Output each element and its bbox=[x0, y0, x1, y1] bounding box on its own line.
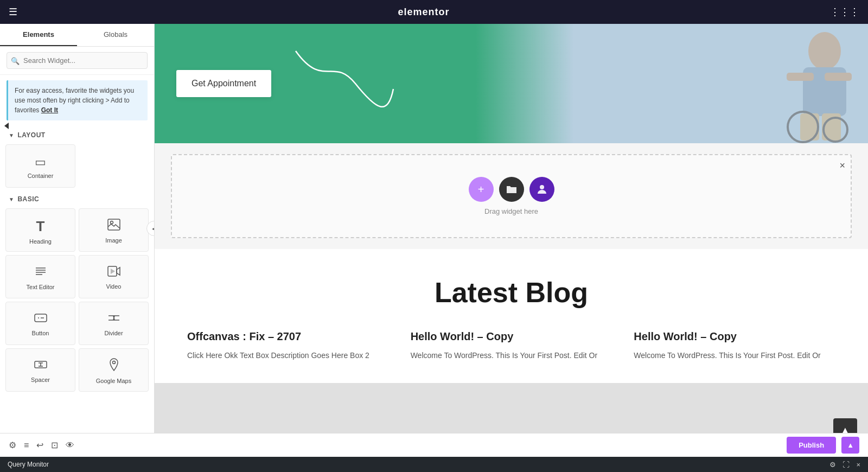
hero-curve bbox=[290, 46, 399, 129]
svg-point-1 bbox=[110, 221, 113, 224]
heading-icon: T bbox=[36, 218, 45, 235]
spacer-label: Spacer bbox=[31, 377, 50, 383]
drop-zone-label: Drag widget here bbox=[484, 207, 538, 215]
heading-label: Heading bbox=[29, 238, 52, 245]
drop-zone-actions: + bbox=[469, 177, 554, 202]
top-bar: ☰ elementor ⋮⋮⋮ bbox=[0, 0, 868, 24]
widget-button[interactable]: Button bbox=[5, 302, 75, 345]
layout-widgets-grid: ▭ Container bbox=[0, 142, 154, 190]
widget-heading[interactable]: T Heading bbox=[5, 208, 75, 252]
blog-post-title-3: Hello World! – Copy bbox=[634, 330, 835, 343]
canvas-content: Get Appointment bbox=[155, 24, 868, 433]
search-area: 🔍 bbox=[0, 47, 154, 75]
svg-marker-13 bbox=[113, 316, 115, 319]
svg-rect-24 bbox=[800, 113, 819, 141]
drop-zone-close-button[interactable]: × bbox=[839, 161, 845, 170]
user-button[interactable] bbox=[529, 177, 554, 202]
main-layout: Elements Globals 🔍 For easy access, favo… bbox=[0, 24, 868, 433]
responsive-icon[interactable]: ⊡ bbox=[51, 440, 58, 450]
video-label: Video bbox=[106, 283, 122, 290]
publish-button[interactable]: Publish bbox=[787, 437, 836, 454]
got-it-link[interactable]: Got It bbox=[41, 106, 58, 114]
svg-rect-23 bbox=[825, 73, 852, 81]
qm-close-icon[interactable]: × bbox=[856, 461, 860, 469]
container-icon: ▭ bbox=[35, 155, 46, 169]
basic-widgets-grid: T Heading Image bbox=[0, 206, 154, 394]
query-monitor-label: Query Monitor bbox=[8, 461, 49, 468]
blog-section: Latest Blog Offcanvas : Fix – 2707 Click… bbox=[155, 249, 868, 383]
bottom-bar-right: Publish ▲ bbox=[787, 437, 859, 454]
widget-text-editor[interactable]: Text Editor bbox=[5, 255, 75, 298]
widget-spacer[interactable]: Spacer bbox=[5, 348, 75, 392]
query-monitor-bar: Query Monitor ⚙ ⛶ × bbox=[0, 457, 868, 472]
divider-icon bbox=[107, 312, 120, 327]
image-icon bbox=[107, 219, 120, 234]
history-icon[interactable]: ↩ bbox=[36, 440, 43, 450]
hint-text: For easy access, favorite the widgets yo… bbox=[15, 87, 134, 114]
hero-section: Get Appointment bbox=[155, 24, 868, 143]
add-widget-button[interactable]: + bbox=[469, 177, 494, 202]
get-appointment-button[interactable]: Get Appointment bbox=[176, 70, 271, 97]
drop-zone[interactable]: × + bbox=[171, 154, 852, 238]
google-maps-label: Google Maps bbox=[96, 378, 131, 384]
blog-post-excerpt-2: Welcome To WordPress. This Is Your First… bbox=[411, 349, 612, 361]
widget-divider[interactable]: Divider bbox=[79, 302, 149, 345]
video-icon bbox=[107, 266, 120, 280]
svg-point-20 bbox=[808, 32, 841, 70]
canvas: Get Appointment bbox=[155, 24, 868, 433]
basic-section-header[interactable]: ▼ Basic bbox=[0, 190, 154, 206]
blog-post-title-2: Hello World! – Copy bbox=[411, 330, 612, 343]
folder-button[interactable] bbox=[499, 177, 524, 202]
blog-post-title-1: Offcanvas : Fix – 2707 bbox=[187, 330, 389, 343]
qm-icons: ⚙ ⛶ × bbox=[829, 461, 860, 469]
layout-section-label: Layout bbox=[17, 131, 45, 139]
blog-post-2: Hello World! – Copy Welcome To WordPress… bbox=[411, 330, 612, 361]
svg-point-9 bbox=[38, 317, 39, 318]
divider-label: Divider bbox=[104, 330, 123, 336]
settings-icon[interactable]: ⚙ bbox=[9, 440, 16, 450]
hamburger-menu-icon[interactable]: ☰ bbox=[9, 6, 17, 18]
blog-grid: Offcanvas : Fix – 2707 Click Here Okk Te… bbox=[187, 330, 835, 361]
blog-post-1: Offcanvas : Fix – 2707 Click Here Okk Te… bbox=[187, 330, 389, 361]
button-icon bbox=[34, 312, 47, 327]
grid-icon[interactable]: ⋮⋮⋮ bbox=[830, 6, 859, 18]
widget-video[interactable]: Video bbox=[79, 255, 149, 298]
widget-image[interactable]: Image bbox=[79, 208, 149, 252]
preview-icon[interactable]: 👁 bbox=[66, 441, 74, 450]
button-label: Button bbox=[32, 330, 49, 336]
chevron-down-icon-basic: ▼ bbox=[9, 196, 14, 202]
hero-text-area: Get Appointment bbox=[155, 54, 293, 113]
scroll-top-button[interactable]: ▲ bbox=[833, 418, 857, 433]
tab-globals[interactable]: Globals bbox=[77, 24, 154, 46]
chevron-down-icon: ▼ bbox=[9, 132, 14, 138]
svg-rect-22 bbox=[787, 73, 814, 81]
text-editor-icon bbox=[34, 265, 47, 280]
hero-image-area bbox=[476, 24, 868, 143]
svg-rect-0 bbox=[108, 219, 120, 230]
svg-marker-7 bbox=[111, 269, 115, 274]
basic-section-label: Basic bbox=[17, 195, 39, 203]
hint-box: For easy access, favorite the widgets yo… bbox=[7, 80, 148, 120]
elementor-logo: elementor bbox=[398, 7, 449, 18]
google-maps-icon bbox=[108, 358, 120, 374]
blog-post-excerpt-3: Welcome To WordPress. This Is Your First… bbox=[634, 349, 835, 361]
search-input[interactable] bbox=[7, 52, 148, 69]
image-label: Image bbox=[105, 237, 122, 244]
qm-settings-icon[interactable]: ⚙ bbox=[829, 461, 836, 469]
bottom-bar: ⚙ ≡ ↩ ⊡ 👁 Publish ▲ bbox=[0, 433, 868, 457]
qm-expand-icon[interactable]: ⛶ bbox=[843, 461, 850, 469]
layout-section-header[interactable]: ▼ Layout bbox=[0, 126, 154, 142]
svg-point-19 bbox=[112, 361, 115, 364]
drop-zone-container: × + bbox=[155, 143, 868, 249]
blog-post-excerpt-1: Click Here Okk Text Box Description Goes… bbox=[187, 349, 389, 361]
publish-chevron-button[interactable]: ▲ bbox=[841, 437, 859, 454]
widget-container[interactable]: ▭ Container bbox=[5, 144, 75, 188]
layers-icon[interactable]: ≡ bbox=[24, 441, 29, 450]
tab-elements[interactable]: Elements bbox=[0, 24, 77, 46]
sidebar: Elements Globals 🔍 For easy access, favo… bbox=[0, 24, 155, 433]
svg-point-28 bbox=[540, 185, 544, 189]
container-label: Container bbox=[28, 173, 54, 179]
widget-google-maps[interactable]: Google Maps bbox=[79, 348, 149, 392]
cursor-indicator bbox=[4, 123, 9, 129]
spacer-icon bbox=[34, 359, 47, 373]
